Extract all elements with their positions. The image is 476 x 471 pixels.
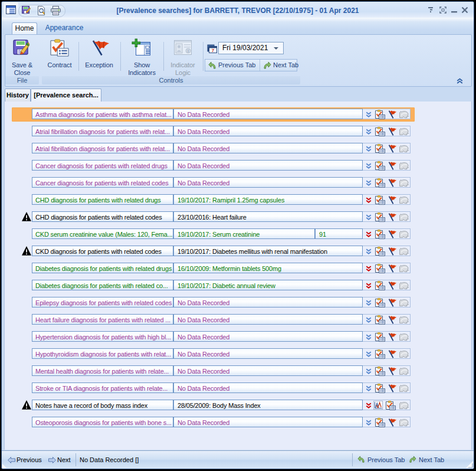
- svg-text:7: 7: [212, 48, 215, 53]
